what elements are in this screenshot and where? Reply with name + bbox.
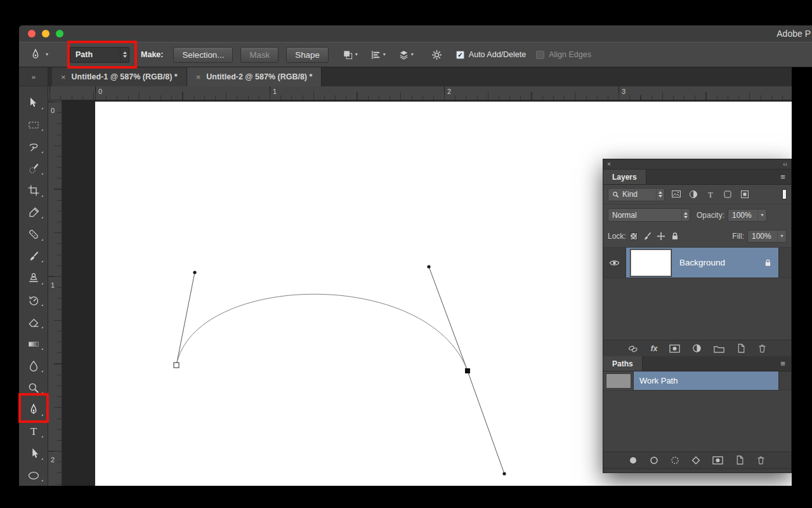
align-edges-checkbox[interactable] xyxy=(536,51,544,59)
path-alignment-button[interactable]: ▾ xyxy=(370,50,386,60)
path-selected-area[interactable]: Work Path xyxy=(634,371,778,390)
toolbar-collapse-button[interactable]: ›› xyxy=(19,67,48,86)
clone-stamp-tool[interactable] xyxy=(19,267,48,290)
history-brush-tool[interactable] xyxy=(19,290,48,312)
panel-group-header[interactable]: × ‹‹ xyxy=(603,159,791,170)
add-mask-from-path-icon[interactable] xyxy=(712,456,723,465)
direction-handle-point[interactable] xyxy=(193,271,196,274)
filter-adjustment-layers-icon[interactable] xyxy=(688,189,698,199)
lock-transparency-icon[interactable] xyxy=(630,232,638,240)
zoom-window-button[interactable] xyxy=(56,30,63,37)
lock-row: Lock: Fill: 100% ▾ xyxy=(603,225,791,247)
layer-row-background[interactable]: Background xyxy=(603,248,791,278)
new-group-folder-icon[interactable] xyxy=(714,344,724,353)
blend-mode-dropdown[interactable]: Normal xyxy=(608,208,690,222)
layers-panel-tabs: Layers ≡ xyxy=(603,170,791,185)
new-path-icon[interactable] xyxy=(735,455,744,465)
horizontal-ruler[interactable]: 0 1 2 3 xyxy=(48,86,792,100)
minimize-window-button[interactable] xyxy=(42,30,49,37)
blur-tool[interactable] xyxy=(19,355,48,377)
filter-shape-layers-icon[interactable] xyxy=(723,189,733,199)
link-layers-icon[interactable] xyxy=(627,344,639,353)
crop-tool[interactable] xyxy=(19,180,48,202)
quick-selection-tool[interactable] xyxy=(19,158,48,180)
clone-stamp-tool-icon xyxy=(27,272,40,284)
ellipse-tool[interactable] xyxy=(19,465,48,487)
layer-thumbnail[interactable] xyxy=(631,250,671,276)
tab-title: Untitled-2 @ 587% (RGB/8) * xyxy=(206,72,312,81)
horizontal-type-tool[interactable]: T xyxy=(19,421,48,443)
make-work-path-icon[interactable] xyxy=(691,456,700,465)
fill-dropdown[interactable]: 100% ▾ xyxy=(747,230,787,243)
anchor-point-end-selected[interactable] xyxy=(465,368,470,373)
marquee-tool-icon xyxy=(27,119,40,131)
make-shape-button[interactable]: Shape xyxy=(286,47,329,63)
close-icon[interactable]: × xyxy=(607,161,611,168)
path-row-work-path[interactable]: Work Path xyxy=(603,371,791,391)
filter-kind-dropdown[interactable]: Kind xyxy=(608,188,665,201)
ellipse-tool-icon xyxy=(27,469,40,482)
filter-toggle-switch[interactable] xyxy=(782,189,787,199)
tab-untitled-1[interactable]: × Untitled-1 @ 587% (RGB/8) * xyxy=(52,67,187,86)
spot-healing-brush-tool[interactable] xyxy=(19,224,48,246)
close-icon[interactable]: × xyxy=(196,72,201,82)
eraser-tool[interactable] xyxy=(19,311,48,333)
rectangular-marquee-tool[interactable] xyxy=(19,114,48,137)
move-tool[interactable] xyxy=(19,92,48,114)
eyedropper-tool[interactable] xyxy=(19,202,48,224)
double-chevron-icon: ›› xyxy=(32,73,35,81)
lock-position-move-icon[interactable] xyxy=(657,232,665,241)
new-layer-icon[interactable] xyxy=(737,344,745,353)
fill-path-icon[interactable] xyxy=(629,456,638,465)
gradient-tool[interactable] xyxy=(19,333,48,356)
panel-menu-icon[interactable]: ≡ xyxy=(775,170,791,184)
filter-kind-value: Kind xyxy=(622,190,638,199)
filter-type-layers-icon[interactable]: T xyxy=(705,189,716,199)
close-window-button[interactable] xyxy=(28,30,36,37)
filter-smart-objects-icon[interactable] xyxy=(740,189,750,199)
annotation-path-dropdown xyxy=(67,41,137,69)
lock-all-padlock-icon[interactable] xyxy=(671,232,679,241)
auto-add-delete-checkbox[interactable]: ✓ xyxy=(456,51,464,59)
layer-selected-area[interactable]: Background xyxy=(626,248,778,277)
path-selection-tool[interactable] xyxy=(19,443,48,465)
layer-visibility-toggle[interactable] xyxy=(603,248,626,277)
collapse-panel-icon[interactable]: ‹‹ xyxy=(783,161,787,168)
trash-icon[interactable] xyxy=(757,344,767,354)
filter-pixel-layers-icon[interactable] xyxy=(671,189,681,199)
opacity-dropdown[interactable]: 100% ▾ xyxy=(728,209,767,222)
ruler-mark: 3 xyxy=(622,88,625,95)
zoom-tool-icon xyxy=(27,382,40,394)
load-path-as-selection-icon[interactable] xyxy=(671,456,679,465)
anchor-point-start[interactable] xyxy=(174,363,179,368)
vertical-ruler[interactable]: 0 1 2 xyxy=(48,100,62,486)
direction-handle-point[interactable] xyxy=(427,265,430,268)
lasso-tool-icon xyxy=(27,140,40,153)
paths-panel-bottom-bar xyxy=(603,451,791,468)
make-mask-button[interactable]: Mask xyxy=(240,47,278,63)
path-operations-button[interactable]: ▾ xyxy=(343,50,358,60)
lock-image-brush-icon[interactable] xyxy=(643,232,652,241)
layers-list-empty xyxy=(603,278,791,340)
stroke-path-icon[interactable] xyxy=(650,456,658,465)
pen-options-button[interactable] xyxy=(431,50,442,60)
panel-menu-icon[interactable]: ≡ xyxy=(775,356,791,371)
direction-handle-point[interactable] xyxy=(502,472,506,475)
add-layer-mask-icon[interactable] xyxy=(669,344,680,353)
brush-tool[interactable] xyxy=(19,246,48,268)
tab-untitled-2[interactable]: × Untitled-2 @ 587% (RGB/8) * xyxy=(187,67,322,86)
trash-icon[interactable] xyxy=(756,455,766,465)
panel-resize-grip[interactable] xyxy=(603,468,791,472)
tab-layers[interactable]: Layers xyxy=(603,170,646,184)
tool-preset-picker[interactable]: ▾ xyxy=(29,48,48,61)
ruler-mark: 0 xyxy=(98,88,102,95)
path-arrangement-button[interactable]: ▾ xyxy=(398,50,414,60)
filter-type-buttons: T xyxy=(671,189,750,199)
adjustment-layer-icon[interactable] xyxy=(692,344,702,353)
close-icon[interactable]: × xyxy=(61,72,66,82)
tab-paths[interactable]: Paths xyxy=(603,356,643,371)
layer-style-fx-icon[interactable]: fx xyxy=(651,344,658,353)
lasso-tool[interactable] xyxy=(19,136,48,158)
make-selection-button[interactable]: Selection... xyxy=(173,47,233,63)
path-thumbnail[interactable] xyxy=(606,373,631,389)
